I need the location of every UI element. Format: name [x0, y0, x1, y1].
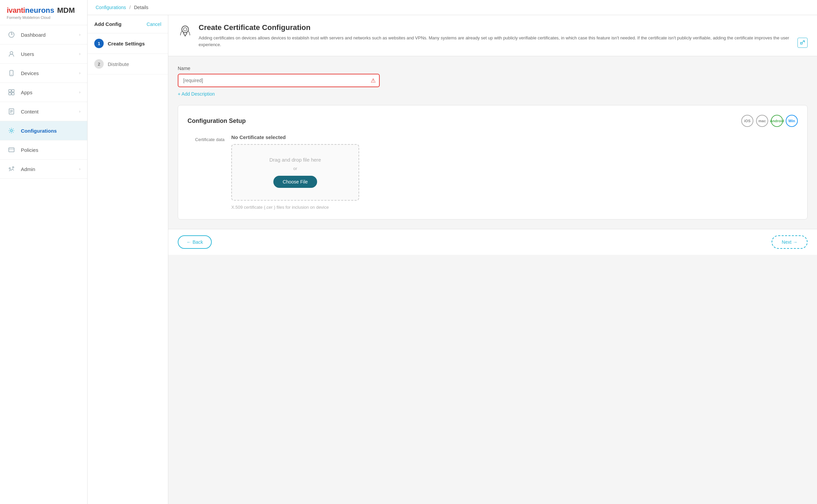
- sidebar-item-admin[interactable]: Admin ›: [0, 160, 87, 179]
- steps-header: Add Config Cancel: [88, 15, 168, 33]
- next-button[interactable]: Next →: [772, 235, 808, 249]
- sidebar-item-label: Users: [21, 51, 34, 57]
- sidebar-item-label: Admin: [21, 166, 35, 172]
- content-icon: [7, 107, 16, 116]
- steps-panel: Add Config Cancel 1 Create Settings 2 Di…: [88, 15, 168, 504]
- choose-file-button[interactable]: Choose File: [273, 176, 317, 188]
- svg-rect-7: [12, 90, 14, 92]
- form-content: Name ⚠ + Add Description Configuration S…: [168, 56, 817, 229]
- svg-rect-9: [12, 93, 14, 95]
- windows-label: Win: [788, 119, 795, 123]
- drag-drop-text: Drag and drop file here: [239, 157, 352, 163]
- configurations-icon: [7, 126, 16, 135]
- chevron-icon: ›: [79, 90, 80, 95]
- sidebar-item-label: Policies: [21, 147, 38, 153]
- mac-label: mac: [758, 119, 766, 123]
- ios-badge[interactable]: iOS: [741, 115, 753, 127]
- bottom-nav: ← Back Next →: [168, 229, 817, 255]
- windows-badge[interactable]: Win: [786, 115, 798, 127]
- chevron-icon: ›: [79, 167, 80, 171]
- svg-point-20: [183, 28, 187, 31]
- sidebar-item-configurations[interactable]: Configurations: [0, 121, 87, 140]
- info-title: Create Certificate Configuration: [199, 23, 791, 32]
- warning-icon: ⚠: [371, 77, 376, 84]
- breadcrumb: Configurations / Details: [88, 0, 817, 15]
- cert-data-row: Certificate data No Certificate selected…: [188, 134, 798, 210]
- svg-point-5: [11, 74, 12, 75]
- name-field-label: Name: [178, 66, 808, 71]
- step-2-label: Distribute: [108, 61, 129, 67]
- drop-zone[interactable]: Drag and drop file here or Choose File: [231, 144, 359, 201]
- sidebar-item-users[interactable]: Users ›: [0, 44, 87, 64]
- main-area: Configurations / Details Add Config Canc…: [88, 0, 817, 504]
- svg-rect-6: [9, 90, 11, 92]
- add-description-link[interactable]: + Add Description: [178, 91, 215, 97]
- name-input[interactable]: [178, 74, 380, 87]
- config-setup-card: Configuration Setup iOS mac Android: [178, 105, 808, 220]
- svg-point-17: [9, 168, 10, 169]
- logo-ivanti: ivanti: [7, 6, 25, 14]
- chevron-icon: ›: [79, 71, 80, 75]
- name-input-wrap: ⚠: [178, 74, 380, 87]
- step-1-item[interactable]: 1 Create Settings: [88, 33, 168, 54]
- breadcrumb-configurations-link[interactable]: Configurations: [96, 5, 126, 10]
- content-area: Add Config Cancel 1 Create Settings 2 Di…: [88, 15, 817, 504]
- chevron-icon: ›: [79, 109, 80, 114]
- sidebar-item-devices[interactable]: Devices ›: [0, 64, 87, 83]
- info-text: Create Certificate Configuration Adding …: [199, 23, 791, 48]
- sidebar-item-label: Content: [21, 109, 39, 114]
- mac-badge[interactable]: mac: [756, 115, 768, 127]
- apps-icon: [7, 88, 16, 97]
- step-1-circle: 1: [94, 39, 104, 48]
- sidebar-item-label: Dashboard: [21, 32, 45, 38]
- info-banner: Create Certificate Configuration Adding …: [168, 15, 817, 56]
- dashboard-icon: [7, 30, 16, 39]
- svg-rect-21: [801, 42, 802, 44]
- sidebar: ivantineurons MDM Formerly MobileIron Cl…: [0, 0, 88, 504]
- platform-badges: iOS mac Android Win: [741, 115, 798, 127]
- svg-rect-8: [9, 93, 11, 95]
- sidebar-item-policies[interactable]: Policies: [0, 140, 87, 160]
- breadcrumb-current: Details: [134, 5, 148, 10]
- app-logo: ivantineurons MDM Formerly MobileIron Cl…: [0, 0, 87, 25]
- step-2-circle: 2: [94, 59, 104, 69]
- logo-mdm: MDM: [57, 6, 75, 14]
- svg-point-3: [10, 52, 13, 54]
- step-2-item[interactable]: 2 Distribute: [88, 54, 168, 74]
- sidebar-item-apps[interactable]: Apps ›: [0, 83, 87, 102]
- cancel-button[interactable]: Cancel: [146, 22, 161, 27]
- info-description: Adding certificates on devices allows de…: [199, 35, 791, 48]
- android-badge[interactable]: Android: [771, 115, 783, 127]
- logo-formerly: Formerly MobileIron Cloud: [7, 15, 80, 20]
- back-button[interactable]: ← Back: [178, 235, 212, 249]
- sidebar-item-dashboard[interactable]: Dashboard ›: [0, 25, 87, 44]
- config-card-header: Configuration Setup iOS mac Android: [188, 115, 798, 127]
- svg-rect-15: [9, 148, 14, 152]
- android-label: Android: [770, 119, 784, 123]
- breadcrumb-separator: /: [129, 5, 131, 10]
- policies-icon: [7, 145, 16, 155]
- logo-neurons: neurons: [25, 6, 54, 14]
- admin-icon: [7, 164, 16, 174]
- sidebar-item-label: Configurations: [21, 128, 57, 134]
- svg-point-18: [12, 167, 14, 168]
- drop-or-text: or: [239, 166, 352, 171]
- users-icon: [7, 49, 16, 59]
- svg-point-14: [10, 130, 12, 132]
- chevron-icon: ›: [79, 52, 80, 56]
- cert-format-note: X.509 certificate (.cer ) files for incl…: [231, 205, 798, 210]
- cert-config-icon: [178, 23, 193, 38]
- collapse-icon[interactable]: [797, 38, 808, 48]
- step-1-label: Create Settings: [108, 41, 145, 46]
- form-panel: Create Certificate Configuration Adding …: [168, 15, 817, 504]
- svg-point-19: [182, 26, 189, 33]
- config-card-title: Configuration Setup: [188, 117, 246, 125]
- chevron-icon: ›: [79, 32, 80, 37]
- sidebar-item-label: Devices: [21, 70, 39, 76]
- sidebar-item-label: Apps: [21, 90, 32, 95]
- cert-data-label: Certificate data: [188, 134, 225, 142]
- sidebar-item-content[interactable]: Content ›: [0, 102, 87, 121]
- cert-data-content: No Certificate selected Drag and drop fi…: [231, 134, 798, 210]
- ios-label: iOS: [744, 119, 751, 123]
- devices-icon: [7, 68, 16, 78]
